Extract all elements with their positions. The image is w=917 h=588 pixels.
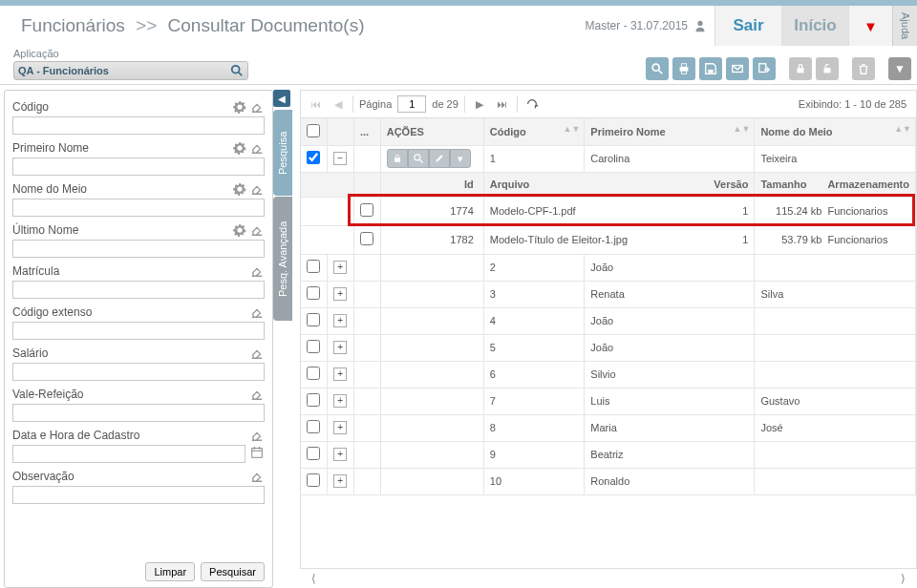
collapse-panel-button[interactable]: ◀ [273, 90, 290, 107]
doc-checkbox[interactable] [360, 232, 373, 245]
toolbar-unlock-button[interactable] [816, 57, 839, 80]
pager-page-input[interactable] [397, 95, 426, 113]
tab-search[interactable]: Pesquisa [273, 110, 292, 196]
row-checkbox[interactable] [307, 367, 320, 380]
expand-row-button[interactable]: + [333, 394, 347, 408]
eraser-icon[interactable] [249, 222, 265, 238]
table-row[interactable]: +3RenataSilva [301, 281, 916, 307]
expand-row-button[interactable]: + [333, 474, 347, 488]
action-more-button[interactable]: ▾ [450, 149, 471, 168]
gear-icon[interactable] [232, 140, 247, 156]
expand-row-button[interactable]: + [333, 287, 347, 301]
col-primeiro-nome[interactable]: Primeiro Nome▲▼ [585, 118, 755, 145]
field-input[interactable] [12, 158, 265, 176]
expand-row-button[interactable]: + [333, 448, 347, 461]
help-tab[interactable]: Ajuda [892, 6, 917, 46]
field-input[interactable] [12, 404, 265, 422]
clear-button[interactable]: Limpar [145, 562, 195, 581]
pager-last-button[interactable]: ⏭ [494, 95, 511, 113]
gear-icon[interactable] [232, 99, 247, 115]
collapse-row-button[interactable]: − [333, 152, 347, 165]
field-input[interactable] [12, 281, 265, 299]
gear-icon[interactable] [232, 181, 247, 197]
row-checkbox[interactable] [307, 313, 320, 326]
action-view-button[interactable] [408, 149, 429, 168]
user-info[interactable]: Master - 31.07.2015 [586, 19, 707, 32]
scroll-right-button[interactable]: ⟩ [901, 572, 906, 585]
field-input[interactable] [12, 486, 265, 504]
pager-first-button[interactable]: ⏮ [307, 95, 324, 113]
toolbar-lock-button[interactable] [789, 57, 812, 80]
toolbar-save-button[interactable] [699, 57, 722, 80]
row-checkbox[interactable] [307, 151, 320, 164]
pager-refresh-button[interactable] [523, 95, 541, 113]
field-input[interactable] [12, 240, 265, 258]
expand-row-button[interactable]: + [333, 314, 347, 327]
menu-dropdown-button[interactable]: ▼ [848, 6, 892, 46]
col-more[interactable]: ... [353, 118, 380, 145]
document-row[interactable]: 1774Modelo-CPF-1.pdf1115.24 kbFuncionari… [301, 197, 916, 225]
gear-icon[interactable] [232, 222, 247, 238]
row-checkbox[interactable] [307, 260, 320, 273]
table-row[interactable]: +4João [301, 307, 916, 334]
row-checkbox[interactable] [307, 447, 320, 460]
home-button[interactable]: Início [781, 6, 848, 46]
search-field: Nome do Meio [12, 178, 265, 217]
col-codigo[interactable]: Código▲▼ [483, 118, 585, 145]
row-checkbox[interactable] [307, 340, 320, 353]
toolbar-mail-button[interactable] [726, 57, 749, 80]
eraser-icon[interactable] [249, 263, 265, 279]
tab-advanced-search[interactable]: Pesq. Avançada [273, 197, 292, 321]
select-all-checkbox[interactable] [307, 124, 320, 137]
cell-codigo: 10 [483, 468, 585, 494]
eraser-icon[interactable] [249, 346, 265, 361]
pager-prev-button[interactable]: ◀ [330, 95, 347, 113]
eraser-icon[interactable] [249, 428, 265, 443]
toolbar-search-button[interactable] [646, 57, 669, 80]
expand-row-button[interactable]: + [333, 421, 347, 434]
table-row[interactable]: +5João [301, 334, 916, 361]
field-input[interactable] [12, 322, 265, 340]
table-row[interactable]: +2João [301, 254, 916, 281]
table-row[interactable]: +6Silvio [301, 361, 916, 388]
calendar-icon[interactable] [249, 445, 265, 460]
eraser-icon[interactable] [249, 469, 265, 484]
action-lock-button[interactable] [387, 149, 408, 168]
doccol-id: Id [380, 172, 483, 197]
table-row[interactable]: +8MariaJosé [301, 414, 916, 441]
scroll-left-button[interactable]: ⟨ [311, 572, 316, 585]
application-selector[interactable]: QA - Funcionários [13, 61, 248, 80]
table-row[interactable]: +9Beatriz [301, 441, 916, 468]
field-input[interactable] [12, 199, 265, 217]
toolbar-delete-button[interactable] [852, 57, 875, 80]
expand-row-button[interactable]: + [333, 261, 347, 274]
field-input[interactable] [12, 363, 265, 381]
expand-row-button[interactable]: + [333, 368, 347, 381]
expand-row-button[interactable]: + [333, 341, 347, 354]
table-row[interactable]: +10Ronaldo [301, 468, 916, 494]
col-nome-meio[interactable]: Nome do Meio▲▼ [755, 118, 916, 145]
eraser-icon[interactable] [249, 181, 265, 197]
document-row[interactable]: 1782Modelo-Título de Eleitor-1.jpg153.79… [301, 225, 916, 254]
field-input[interactable] [12, 116, 265, 135]
search-button[interactable]: Pesquisar [201, 562, 265, 581]
row-checkbox[interactable] [307, 286, 320, 300]
table-row[interactable]: − ▾ 1 Carolina Teixeira [301, 145, 916, 172]
field-input[interactable] [12, 445, 245, 463]
eraser-icon[interactable] [249, 304, 265, 320]
toolbar-more-button[interactable]: ▼ [888, 57, 911, 80]
row-checkbox[interactable] [307, 420, 320, 433]
action-edit-button[interactable] [429, 149, 450, 168]
row-checkbox[interactable] [307, 393, 320, 407]
toolbar-export-button[interactable] [753, 57, 776, 80]
eraser-icon[interactable] [249, 140, 265, 156]
logout-button[interactable]: Sair [714, 6, 781, 46]
toolbar-print-button[interactable] [672, 57, 695, 80]
pager-next-button[interactable]: ▶ [471, 95, 488, 113]
doc-checkbox[interactable] [360, 203, 373, 217]
eraser-icon[interactable] [249, 99, 265, 115]
horizontal-scrollbar[interactable]: ⟨ ⟩ [300, 569, 917, 588]
row-checkbox[interactable] [307, 473, 320, 487]
eraser-icon[interactable] [249, 387, 265, 402]
table-row[interactable]: +7LuisGustavo [301, 388, 916, 414]
